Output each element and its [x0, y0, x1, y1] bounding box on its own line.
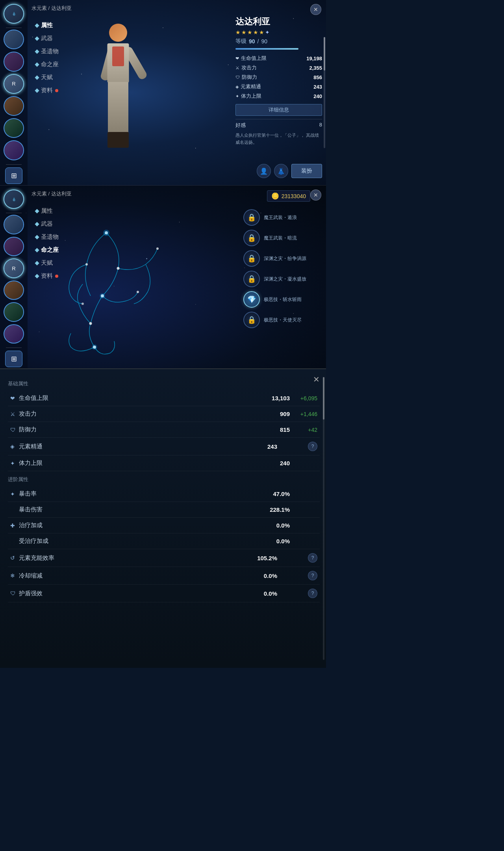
- mid-element-icon[interactable]: 💧: [4, 190, 24, 209]
- equip-button[interactable]: 装扮: [291, 164, 322, 178]
- mid-char-avatar-1[interactable]: [4, 215, 24, 234]
- mid-panel: 💧 R ⊞ 水元素 / 达达利亚 🪙 23133040 ✕: [0, 185, 326, 368]
- mid-char-avatar-6[interactable]: [4, 324, 24, 344]
- mid-char-avatar-5[interactable]: [4, 302, 24, 321]
- const-item-1[interactable]: 🔒 魔王武装・遁浪: [243, 209, 322, 226]
- outfit-icon-btn[interactable]: 👗: [274, 164, 288, 178]
- svg-point-2: [85, 263, 88, 266]
- svg-point-11: [92, 344, 97, 350]
- bottom-scrollbar[interactable]: [323, 377, 324, 660]
- er-label: 元素充能效率: [19, 554, 254, 562]
- nav-item-artifacts[interactable]: 圣遗物: [32, 46, 63, 57]
- const-lock-2: 🔒: [243, 230, 260, 246]
- stat-row-atk: ⚔ 攻击力 909 +1,446: [8, 406, 320, 422]
- stat-row-crit-rate: ✦ 暴击率 47.0%: [8, 486, 320, 502]
- bottom-scrollbar-thumb: [323, 377, 324, 420]
- gold-display: 🪙 23133040: [267, 190, 310, 202]
- cd-help-button[interactable]: ?: [308, 571, 317, 580]
- nav-item-profile[interactable]: 资料: [32, 85, 63, 96]
- incoming-heal-label: 受治疗加成: [19, 537, 266, 545]
- stat-row-crit-dmg: 暴击伤害 228.1%: [8, 502, 320, 518]
- nav-item-constellations[interactable]: 命之座: [32, 59, 63, 70]
- def-value: 856: [313, 74, 322, 80]
- mid-breadcrumb: 水元素 / 达达利亚: [32, 190, 72, 197]
- char-avatar-4[interactable]: [4, 96, 24, 116]
- svg-point-4: [89, 322, 92, 325]
- crit-rate-icon: ✦: [10, 491, 19, 497]
- svg-point-10: [100, 293, 105, 299]
- char-scarf: [112, 46, 124, 66]
- em-value: 243: [313, 84, 322, 90]
- shield-help-button[interactable]: ?: [308, 589, 317, 598]
- const-item-6[interactable]: 🔒 极恶技・天使灭尽: [243, 312, 322, 328]
- const-lock-4: 🔒: [243, 271, 260, 287]
- affection-row: 好感 8: [235, 119, 322, 129]
- char-figure: [63, 8, 173, 181]
- level-text: 等级: [235, 38, 246, 45]
- char-avatar-1[interactable]: [4, 30, 24, 49]
- char-avatar-3[interactable]: R: [4, 74, 24, 94]
- affection-label: 好感: [235, 122, 246, 129]
- def-detail-base: 815: [266, 426, 290, 433]
- mid-close-button[interactable]: ✕: [310, 190, 321, 201]
- heal-bonus-icon: ✚: [10, 522, 19, 529]
- stat-row-incoming-heal: 受治疗加成 0.0%: [8, 533, 320, 549]
- stat-def: 🛡 防御力 856: [235, 72, 322, 82]
- const-item-2[interactable]: 🔒 魔王武装・暗流: [243, 230, 322, 246]
- crit-rate-value: 47.0%: [266, 491, 290, 497]
- char-avatar-5[interactable]: [4, 118, 24, 138]
- char-avatar-6[interactable]: [4, 140, 24, 160]
- crit-dmg-value: 228.1%: [266, 506, 290, 513]
- nav-item-weapon[interactable]: 武器: [32, 33, 63, 44]
- nav-item-attributes[interactable]: 属性: [32, 20, 63, 31]
- const-item-4[interactable]: 🔒 深渊之灾・凝水盛放: [243, 271, 322, 287]
- diamond-icon: [35, 88, 39, 93]
- const-item-name-4: 深渊之灾・凝水盛放: [264, 276, 306, 282]
- detail-button[interactable]: 详细信息: [235, 104, 322, 116]
- top-scrollbar[interactable]: [324, 37, 325, 148]
- stat-hp: ❤ 生命值上限 19,198: [235, 54, 322, 63]
- char-boots: [107, 132, 129, 148]
- bottom-close-button[interactable]: ✕: [313, 375, 320, 384]
- char-head: [109, 24, 127, 42]
- atk-icon: ⚔: [235, 65, 239, 71]
- em-detail-icon: ◈: [10, 443, 19, 450]
- char-avatar-2[interactable]: [4, 52, 24, 71]
- star-1: ★: [235, 29, 241, 35]
- atk-detail-bonus: +1,446: [290, 411, 317, 417]
- hp-detail-bonus: +6,095: [290, 395, 317, 401]
- nav-item-talents[interactable]: 天赋: [32, 72, 63, 83]
- diamond-icon: [35, 62, 39, 67]
- mid-grid-icon[interactable]: ⊞: [5, 351, 22, 367]
- const-item-5[interactable]: 💎 极恶技・斩水斩雨: [243, 291, 322, 308]
- stat-em: ◈ 元素精通 243: [235, 82, 322, 91]
- level-bar-fill: [235, 48, 298, 50]
- er-help-button[interactable]: ?: [308, 553, 317, 563]
- mid-char-avatar-3[interactable]: R: [4, 258, 24, 278]
- gold-coin-icon: 🪙: [271, 192, 279, 200]
- diamond-icon: [35, 36, 39, 41]
- em-help-button[interactable]: ?: [308, 442, 317, 451]
- sidebar-divider: [6, 28, 22, 28]
- scrollbar-thumb: [324, 37, 325, 71]
- close-button[interactable]: ✕: [310, 4, 321, 15]
- mid-char-avatar-2[interactable]: [4, 237, 24, 256]
- top-sidebar: 💧 R ⊞: [0, 0, 28, 185]
- hp-icon: ❤: [235, 56, 239, 61]
- stamina-detail-base: 240: [266, 460, 290, 466]
- const-lock-6: 🔒: [243, 312, 260, 328]
- cd-label: 冷却缩减: [19, 572, 254, 580]
- section-advanced-title: 进阶属性: [8, 476, 320, 483]
- const-item-name-3: 深渊之灾・纷争涡源: [264, 255, 306, 262]
- star-extra: ✦: [265, 29, 270, 35]
- stat-row-em: ◈ 元素精通 243 ?: [8, 438, 320, 455]
- diamond-icon: [35, 49, 39, 54]
- expand-icon[interactable]: ⊞: [5, 167, 22, 184]
- element-icon[interactable]: 💧: [4, 4, 24, 24]
- const-item-3[interactable]: 🔒 深渊之灾・纷争涡源: [243, 250, 322, 267]
- mid-char-avatar-4[interactable]: [4, 281, 24, 300]
- diamond-icon: [35, 23, 39, 28]
- profile-btn[interactable]: 👤: [257, 164, 271, 178]
- const-item-name-6: 极恶技・天使灭尽: [264, 317, 302, 323]
- notification-dot: [55, 89, 58, 92]
